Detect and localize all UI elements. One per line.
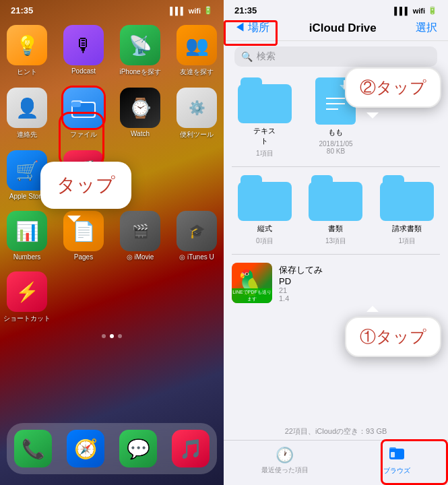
podcast-icon: 🎙 bbox=[63, 25, 104, 65]
pages-label: Pages bbox=[74, 253, 93, 261]
utility-icon: ⚙️ bbox=[177, 88, 217, 128]
file-縦式-folder[interactable]: 縦式 0項目 bbox=[232, 175, 298, 246]
bottom-files-grid: 縦式 0項目 書類 13項目 請求書類 1項目 bbox=[224, 170, 448, 251]
search-icon: 🔍 bbox=[241, 51, 253, 62]
dot1 bbox=[102, 334, 106, 338]
app-watch[interactable]: ⌚ Watch bbox=[117, 88, 164, 139]
text-folder-meta: 1項目 bbox=[256, 149, 274, 158]
left-status-bar: 21:35 ▌▌▌ wifi 🔋 bbox=[0, 0, 224, 18]
tap-bubble-left: タップ bbox=[40, 162, 131, 209]
app-shortcuts[interactable]: ⚡ ショートカット bbox=[3, 271, 51, 323]
dock-safari[interactable]: 🧭 bbox=[67, 430, 104, 467]
right-status-bar: 21:35 ▌▌▌ wifi 🔋 bbox=[224, 0, 448, 18]
appstore-label: Apple Store bbox=[9, 193, 44, 200]
text-folder-name: テキスト bbox=[253, 126, 276, 146]
utility-label: 便利ツール bbox=[180, 130, 214, 139]
right-time: 21:35 bbox=[234, 5, 257, 15]
dock-phone[interactable]: 📞 bbox=[14, 430, 52, 467]
縦式-name: 縦式 bbox=[257, 224, 272, 234]
app-imovie[interactable]: 🎬 ◎ iMovie bbox=[117, 211, 164, 261]
dot2 bbox=[110, 334, 114, 338]
app-podcast[interactable]: 🎙 Podcast bbox=[60, 25, 107, 77]
podcast-label: Podcast bbox=[71, 67, 96, 75]
find-iphone-label: iPhoneを探す bbox=[119, 67, 160, 77]
app-numbers[interactable]: 📊 Numbers bbox=[3, 211, 51, 261]
tab-recent[interactable]: 🕐 最近使った項目 bbox=[261, 447, 309, 475]
svg-rect-3 bbox=[71, 102, 81, 107]
right-phone: 21:35 ▌▌▌ wifi 🔋 ◀ 場所 iCloud Drive 選択 🔍 … bbox=[224, 0, 448, 485]
請求書類-meta: 1項目 bbox=[398, 236, 416, 246]
phone-icon: 📞 bbox=[14, 430, 52, 467]
recent-label: 最近使った項目 bbox=[261, 465, 309, 475]
書類-folder-icon bbox=[309, 175, 362, 221]
signal-icon: ▌▌▌ bbox=[170, 7, 185, 15]
watch-icon: ⌚ bbox=[120, 88, 160, 128]
tab-browse[interactable]: ブラウズ bbox=[383, 446, 410, 476]
nav-back-button[interactable]: ◀ 場所 bbox=[234, 21, 269, 35]
hint-icon: 💡 bbox=[7, 25, 47, 65]
app-contacts[interactable]: 👤 連絡先 bbox=[3, 88, 51, 139]
nav-bar: ◀ 場所 iCloud Drive 選択 bbox=[224, 18, 448, 41]
svg-rect-11 bbox=[391, 452, 395, 457]
battery-icon: 🔋 bbox=[203, 6, 213, 15]
app-hint[interactable]: 💡 ヒント bbox=[3, 25, 51, 77]
memo-doc-meta: 2018/11/0580 KB bbox=[319, 140, 352, 155]
app-grid-row2: 👤 連絡先 ファイル ⌚ Watch ⚙️ 便利ツール bbox=[0, 81, 224, 146]
find-friends-label: 友達を探す bbox=[180, 67, 214, 77]
app-find-friends[interactable]: 👥 友達を探す bbox=[173, 25, 220, 77]
files-icon bbox=[63, 88, 104, 128]
app-grid-row1: 💡 ヒント 🎙 Podcast 📡 iPhoneを探す 👥 友達を探す bbox=[0, 18, 224, 84]
footer-info: 22項目、iCloudの空き：93 GB bbox=[224, 424, 448, 439]
app-find-iphone[interactable]: 📡 iPhoneを探す bbox=[117, 25, 164, 77]
file-text-folder[interactable]: テキスト 1項目 bbox=[232, 77, 298, 158]
縦式-folder-icon bbox=[238, 175, 292, 221]
app-grid-row5: ⚡ ショートカット bbox=[0, 265, 224, 330]
dock-music[interactable]: 🎵 bbox=[172, 430, 210, 467]
請求書類-folder-icon bbox=[380, 175, 434, 221]
svg-rect-10 bbox=[389, 447, 396, 453]
battery-icon-right: 🔋 bbox=[428, 6, 437, 15]
bottom-tab-bar: 🕐 最近使った項目 ブラウズ bbox=[224, 440, 448, 485]
書類-name: 書類 bbox=[328, 224, 343, 234]
browse-label: ブラウズ bbox=[383, 466, 410, 476]
empty-icon2 bbox=[177, 150, 217, 191]
itunes-u-icon: 🎓 bbox=[177, 211, 217, 251]
safari-icon: 🧭 bbox=[67, 430, 104, 467]
dock: 📞 🧭 💬 🎵 bbox=[7, 423, 217, 474]
memo-doc-name: もも bbox=[328, 127, 343, 137]
wifi-icon: wifi bbox=[189, 7, 201, 15]
browse-icon bbox=[389, 446, 405, 465]
search-bar[interactable]: 🔍 検索 bbox=[234, 46, 437, 67]
messages-icon: 💬 bbox=[119, 430, 157, 467]
contacts-label: 連絡先 bbox=[17, 130, 37, 139]
imovie-icon: 🎬 bbox=[120, 211, 160, 251]
find-iphone-icon: 📡 bbox=[120, 25, 160, 65]
files-label: ファイル bbox=[70, 130, 97, 139]
line-banner: LINEでPDFも送ります bbox=[232, 288, 272, 303]
dock-messages[interactable]: 💬 bbox=[119, 430, 157, 467]
numbers-label: Numbers bbox=[13, 253, 41, 261]
app-files[interactable]: ファイル bbox=[60, 88, 107, 139]
app-utility[interactable]: ⚙️ 便利ツール bbox=[173, 88, 220, 139]
recent-icon: 🕐 bbox=[276, 447, 294, 464]
hint-label: ヒント bbox=[17, 67, 37, 77]
tap2-bubble: ②タップ bbox=[345, 67, 441, 108]
nav-title: iCloud Drive bbox=[309, 22, 377, 35]
music-icon: 🎵 bbox=[172, 430, 210, 467]
divider2 bbox=[232, 254, 440, 255]
file-書類-folder[interactable]: 書類 13項目 bbox=[303, 175, 369, 246]
file-row-parrot[interactable]: LINEでPDFも送ります 保存してみPD 211.4 bbox=[224, 257, 448, 309]
app-empty2 bbox=[173, 150, 220, 200]
nav-select-button[interactable]: 選択 bbox=[416, 21, 437, 35]
app-itunes-u[interactable]: 🎓 ◎ iTunes U bbox=[173, 211, 220, 261]
shortcuts-icon: ⚡ bbox=[7, 271, 47, 312]
search-placeholder: 検索 bbox=[257, 51, 276, 63]
imovie-label: ◎ iMovie bbox=[127, 253, 154, 261]
signal-icon-right: ▌▌▌ bbox=[394, 7, 410, 15]
itunes-u-label: ◎ iTunes U bbox=[179, 253, 214, 261]
left-status-icons: ▌▌▌ wifi 🔋 bbox=[170, 6, 213, 15]
file-請求書類-folder[interactable]: 請求書類 1項目 bbox=[374, 175, 440, 246]
parrot-file-meta: 211.4 bbox=[279, 286, 440, 302]
divider1 bbox=[232, 166, 440, 167]
numbers-icon: 📊 bbox=[7, 211, 47, 251]
